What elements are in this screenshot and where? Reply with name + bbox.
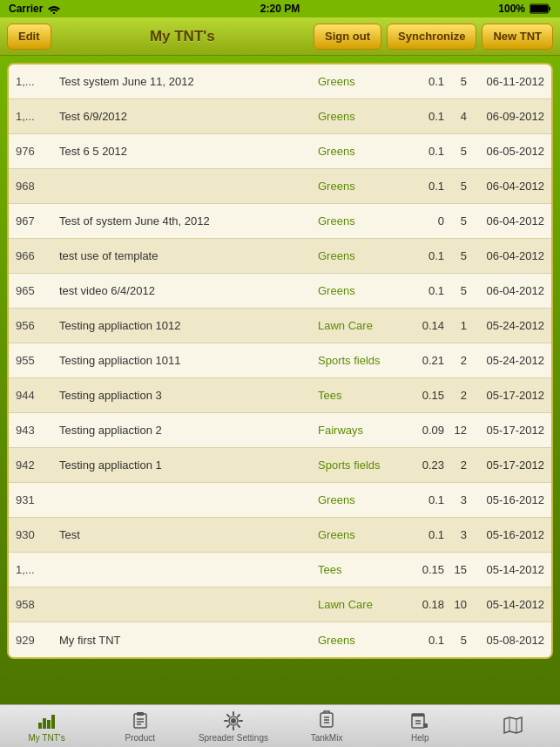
row-name: test video 6/4/2012: [59, 284, 318, 297]
row-category: Lawn Care: [318, 319, 405, 332]
svg-rect-3: [530, 5, 548, 12]
row-name: Testing appliaction 3: [59, 389, 318, 402]
table-row[interactable]: 968 Greens 0.1 5 06-04-2012: [9, 169, 551, 204]
row-name: Testing appliaction 1: [59, 458, 318, 472]
row-num2: 5: [444, 145, 470, 158]
table-row[interactable]: 955 Testing appliaction 1011 Sports fiel…: [9, 343, 551, 378]
row-num1: 0.1: [405, 145, 444, 158]
table-row[interactable]: 967 Test of system June 4th, 2012 Greens…: [9, 204, 551, 239]
row-date: 05-16-2012: [470, 528, 544, 541]
sign-out-button[interactable]: Sign out: [314, 24, 381, 50]
row-num1: 0.15: [405, 389, 444, 402]
row-date: 06-05-2012: [470, 145, 544, 158]
row-category: Tees: [318, 563, 405, 576]
table-row[interactable]: 943 Testing appliaction 2 Fairways 0.09 …: [9, 413, 551, 448]
svg-rect-23: [423, 723, 428, 728]
row-num2: 4: [444, 110, 470, 123]
tab-tankmix-label: TankMix: [311, 733, 343, 743]
svg-rect-7: [51, 715, 55, 729]
help-icon: [409, 710, 430, 731]
row-num1: 0: [405, 214, 444, 227]
map-icon: [503, 715, 523, 736]
tab-product[interactable]: Product: [93, 705, 186, 747]
row-num2: 5: [444, 214, 470, 227]
table-row[interactable]: 958 Lawn Care 0.18 10 05-14-2012: [9, 587, 551, 622]
tab-my-tnts-label: My TNT's: [28, 733, 64, 743]
table-row[interactable]: 944 Testing appliaction 3 Tees 0.15 2 05…: [9, 378, 551, 413]
table-row[interactable]: 965 test video 6/4/2012 Greens 0.1 5 06-…: [9, 274, 551, 309]
nav-left: Edit: [7, 24, 51, 50]
table-row[interactable]: 1,... Tees 0.15 15 05-14-2012: [9, 553, 551, 587]
row-name: Test of system June 4th, 2012: [59, 214, 318, 227]
row-category: Greens: [318, 75, 405, 88]
row-date: 06-04-2012: [470, 284, 544, 297]
tab-tankmix[interactable]: TankMix: [280, 705, 374, 747]
row-name: Testing appliaction 2: [59, 424, 318, 437]
status-time: 2:20 PM: [260, 3, 300, 15]
row-date: 05-14-2012: [470, 563, 544, 576]
row-num1: 0.1: [405, 110, 444, 123]
table-row[interactable]: 942 Testing appliaction 1 Sports fields …: [9, 448, 551, 483]
table-row[interactable]: 929 My first TNT Greens 0.1 5 05-08-2012: [9, 622, 551, 657]
row-num2: 5: [444, 634, 470, 647]
row-id: 1,...: [16, 110, 59, 123]
tab-my-tnts[interactable]: My TNT's: [0, 705, 93, 747]
row-num2: 5: [444, 75, 470, 88]
row-num2: 2: [444, 458, 470, 472]
gear-icon: [223, 710, 244, 731]
row-num2: 12: [444, 424, 470, 437]
table-row[interactable]: 1,... Test system June 11, 2012 Greens 0…: [9, 65, 551, 99]
row-id: 958: [16, 598, 59, 611]
wifi-icon: [47, 3, 61, 14]
row-category: Greens: [318, 110, 405, 123]
bar-chart-icon: [37, 710, 57, 731]
row-id: 930: [16, 528, 59, 541]
row-category: Greens: [318, 284, 405, 297]
synchronize-button[interactable]: Synchronize: [387, 24, 476, 50]
row-num2: 5: [444, 249, 470, 262]
row-num1: 0.1: [405, 75, 444, 88]
table-row[interactable]: 966 test use of template Greens 0.1 5 06…: [9, 239, 551, 274]
row-num1: 0.15: [405, 563, 444, 576]
edit-button[interactable]: Edit: [7, 24, 51, 50]
table-row[interactable]: 976 Test 6 5 2012 Greens 0.1 5 06-05-201…: [9, 134, 551, 169]
table-row[interactable]: 1,... Test 6/9/2012 Greens 0.1 4 06-09-2…: [9, 99, 551, 134]
tab-map[interactable]: [467, 705, 560, 747]
table-row[interactable]: 931 Greens 0.1 3 05-16-2012: [9, 483, 551, 518]
svg-rect-2: [549, 7, 550, 10]
tab-help[interactable]: Help: [374, 705, 467, 747]
svg-rect-5: [43, 718, 46, 729]
tab-help-label: Help: [411, 733, 429, 743]
row-date: 05-24-2012: [470, 319, 544, 332]
row-id: 944: [16, 389, 59, 402]
row-id: 1,...: [16, 75, 59, 88]
row-category: Greens: [318, 493, 405, 506]
tab-spreader-settings[interactable]: Spreader Settings: [186, 705, 280, 747]
row-date: 05-08-2012: [470, 634, 544, 647]
row-id: 955: [16, 354, 59, 367]
row-id: 968: [16, 180, 59, 193]
row-num2: 5: [444, 284, 470, 297]
table-row[interactable]: 956 Testing appliaction 1012 Lawn Care 0…: [9, 309, 551, 343]
svg-rect-8: [134, 714, 146, 728]
table-row[interactable]: 930 Test Greens 0.1 3 05-16-2012: [9, 518, 551, 553]
row-id: 967: [16, 214, 59, 227]
main-content: 1,... Test system June 11, 2012 Greens 0…: [0, 56, 560, 704]
row-date: 05-24-2012: [470, 354, 544, 367]
nav-right: Sign out Synchronize New TNT: [314, 24, 553, 50]
row-date: 06-04-2012: [470, 214, 544, 227]
row-num1: 0.1: [405, 180, 444, 193]
row-date: 05-17-2012: [470, 458, 544, 472]
status-bar: Carrier 2:20 PM 100%: [0, 0, 560, 17]
row-id: 965: [16, 284, 59, 297]
row-name: Test 6 5 2012: [59, 145, 318, 158]
row-num2: 2: [444, 389, 470, 402]
new-tnt-button[interactable]: New TNT: [482, 24, 553, 50]
row-num2: 10: [444, 598, 470, 611]
row-date: 05-14-2012: [470, 598, 544, 611]
row-id: 931: [16, 493, 59, 506]
row-date: 06-09-2012: [470, 110, 544, 123]
row-id: 976: [16, 145, 59, 158]
row-category: Sports fields: [318, 354, 405, 367]
row-name: test use of template: [59, 249, 318, 262]
